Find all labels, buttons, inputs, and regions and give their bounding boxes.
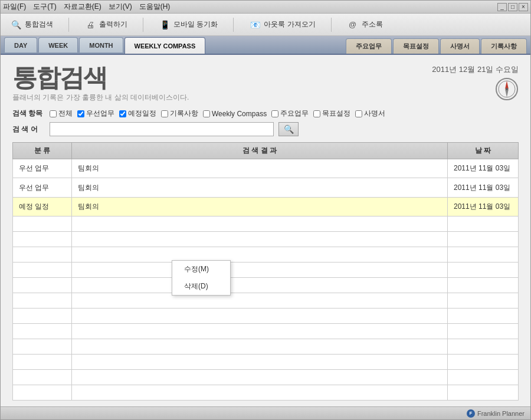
search-word-label: 검 색 어 — [12, 124, 45, 134]
minimize-button[interactable]: _ — [497, 3, 507, 11]
col-header-result: 검 색 결 과 — [72, 143, 448, 159]
main-content: 통합검색 플래너의 기록은 가장 훌륭한 내 삶의 데이터베이스이다. 2011… — [1, 55, 530, 406]
toolbar: 🔍 통합검색 🖨 출력하기 📱 모바일 동기화 📧 아웃룩 가져오기 @ 주소록 — [1, 14, 530, 36]
tab-left-group: DAY WEEK MONTH WEEKLY COMPASS — [1, 37, 346, 54]
cell-date: 2011년 11월 03일 — [448, 197, 519, 216]
table-row-empty — [13, 278, 519, 293]
tab-records[interactable]: 기록사항 — [481, 38, 527, 54]
table-row[interactable]: 우선 업무 팀회의 2011년 11월 03일 — [13, 159, 519, 178]
toolbar-sep-1 — [68, 18, 69, 32]
cell-date: 2011년 11월 03일 — [448, 159, 519, 178]
toolbar-mobile[interactable]: 📱 모바일 동기화 — [155, 18, 221, 32]
table-row-empty — [13, 370, 519, 385]
results-table: 분 류 검 색 결 과 날 짜 우선 업무 팀회의 2011년 11월 03일 … — [12, 142, 519, 401]
close-button[interactable]: × — [519, 3, 528, 11]
menu-exchange[interactable]: 자료교환(E) — [64, 2, 101, 12]
table-row-empty — [13, 293, 519, 309]
filter-all-checkbox[interactable] — [50, 110, 57, 117]
search-input[interactable] — [50, 122, 274, 136]
cell-result: 팀회의 — [72, 197, 448, 216]
filter-schedule[interactable]: 예정일정 — [119, 109, 156, 119]
filter-goal-setting-label: 목표설정 — [322, 109, 350, 119]
table-wrapper: 분 류 검 색 결 과 날 짜 우선 업무 팀회의 2011년 11월 03일 … — [12, 142, 519, 401]
filter-mission-checkbox[interactable] — [355, 110, 362, 117]
cell-result: 팀회의 — [72, 178, 448, 197]
context-menu: 수정(M) 삭제(D) — [172, 260, 231, 296]
tab-week[interactable]: WEEK — [38, 37, 78, 52]
table-row-empty — [13, 324, 519, 339]
filter-goal-setting[interactable]: 목표설정 — [313, 109, 350, 119]
page-header: 통합검색 플래너의 기록은 가장 훌륭한 내 삶의 데이터베이스이다. 2011… — [12, 64, 519, 103]
filter-weekly-compass-label: Weekly Compass — [212, 110, 267, 118]
search-button[interactable]: 🔍 — [278, 122, 299, 136]
filter-all[interactable]: 전체 — [50, 109, 73, 119]
toolbar-mobile-label: 모바일 동기화 — [173, 19, 218, 29]
filter-mission-label: 사명서 — [364, 109, 385, 119]
cell-category: 우선 업무 — [13, 178, 72, 197]
mobile-icon: 📱 — [159, 19, 171, 31]
menu-help[interactable]: 도움말(H) — [139, 2, 171, 12]
filter-main-tasks-label: 주요업무 — [280, 109, 309, 119]
filter-main-tasks-checkbox[interactable] — [271, 110, 278, 117]
titlebar: 파일(F) 도구(T) 자료교환(E) 보기(V) 도움말(H) _ □ × — [1, 1, 530, 14]
search-icon: 🔍 — [10, 19, 22, 31]
cell-result: 팀회의 — [72, 159, 448, 178]
table-row-highlighted[interactable]: 예정 일정 팀회의 2011년 11월 03일 — [13, 197, 519, 216]
search-btn-icon: 🔍 — [284, 124, 294, 134]
filter-records[interactable]: 기록사항 — [161, 109, 198, 119]
filter-priority-checkbox[interactable] — [77, 110, 84, 117]
context-menu-edit[interactable]: 수정(M) — [172, 261, 230, 278]
filter-records-checkbox[interactable] — [161, 110, 168, 117]
tab-month[interactable]: MONTH — [79, 37, 123, 52]
table-row-empty — [13, 309, 519, 324]
filter-records-label: 기록사항 — [170, 109, 198, 119]
filter-main-tasks[interactable]: 주요업무 — [271, 109, 309, 119]
menu-file[interactable]: 파일(F) — [3, 2, 26, 12]
menu-tools[interactable]: 도구(T) — [33, 2, 56, 12]
toolbar-sep-2 — [143, 18, 143, 32]
filter-all-label: 전체 — [58, 109, 73, 119]
toolbar-sep-3 — [233, 18, 234, 32]
search-filter-label: 검색 항목 — [12, 109, 45, 119]
table-row-empty — [13, 232, 519, 247]
toolbar-print[interactable]: 🖨 출력하기 — [81, 18, 131, 32]
table-row-empty — [13, 216, 519, 232]
filter-goal-setting-checkbox[interactable] — [313, 110, 320, 117]
footer-logo: F Franklin Planner — [467, 409, 525, 418]
tab-main-tasks[interactable]: 주요업무 — [346, 38, 392, 54]
toolbar-search[interactable]: 🔍 통합검색 — [6, 18, 57, 32]
cell-category: 예정 일정 — [13, 197, 72, 216]
print-icon: 🖨 — [84, 19, 96, 31]
table-row-empty — [13, 385, 519, 401]
page-title-area: 통합검색 플래너의 기록은 가장 훌륭한 내 삶의 데이터베이스이다. — [12, 64, 432, 103]
maximize-button[interactable]: □ — [508, 3, 517, 11]
context-menu-delete[interactable]: 삭제(D) — [172, 278, 230, 295]
tab-weekly-compass[interactable]: WEEKLY COMPASS — [124, 37, 206, 54]
filter-priority[interactable]: 우선업무 — [77, 109, 114, 119]
tab-mission[interactable]: 사명서 — [440, 38, 480, 54]
col-header-category: 분 류 — [13, 143, 72, 159]
menu-view[interactable]: 보기(V) — [109, 2, 132, 12]
filter-mission[interactable]: 사명서 — [355, 109, 385, 119]
cell-date: 2011년 11월 03일 — [448, 178, 519, 197]
page-title: 통합검색 — [12, 64, 432, 91]
toolbar-sep-4 — [331, 18, 332, 32]
toolbar-outlook[interactable]: 📧 아웃룩 가져오기 — [245, 18, 319, 32]
toolbar-print-label: 출력하기 — [99, 19, 127, 29]
toolbar-contacts-label: 주소록 — [362, 19, 383, 29]
svg-marker-2 — [505, 81, 509, 89]
filter-weekly-compass-checkbox[interactable] — [203, 110, 210, 117]
toolbar-contacts[interactable]: @ 주소록 — [343, 18, 386, 32]
svg-marker-3 — [505, 89, 509, 97]
filter-weekly-compass[interactable]: Weekly Compass — [203, 110, 267, 118]
footer: F Franklin Planner — [1, 406, 530, 419]
table-row-empty — [13, 262, 519, 278]
table-row[interactable]: 우선 업무 팀회의 2011년 11월 03일 — [13, 178, 519, 197]
window-controls: _ □ × — [497, 3, 528, 11]
filter-schedule-checkbox[interactable] — [119, 110, 126, 117]
filter-schedule-label: 예정일정 — [128, 109, 156, 119]
tab-day[interactable]: DAY — [4, 37, 37, 52]
toolbar-search-label: 통합검색 — [25, 19, 53, 29]
tab-goal-setting[interactable]: 목표설정 — [393, 38, 439, 54]
table-header-row: 분 류 검 색 결 과 날 짜 — [13, 143, 519, 159]
